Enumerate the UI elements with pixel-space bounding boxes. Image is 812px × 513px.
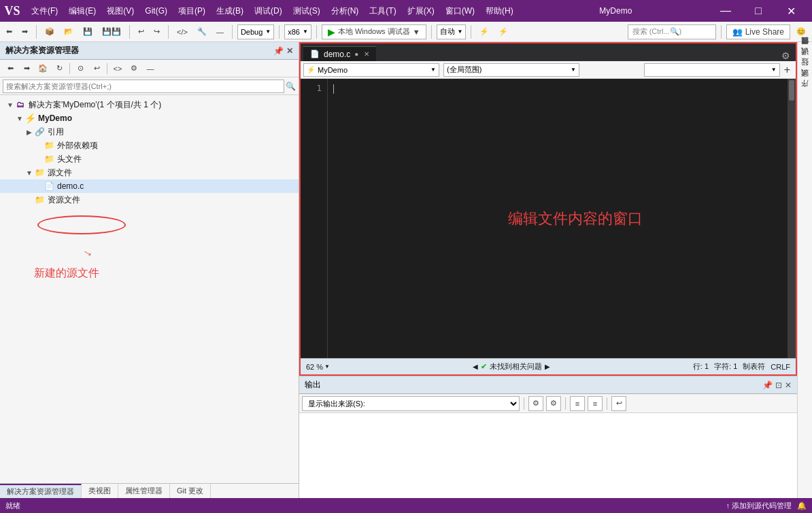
tree-item-source[interactable]: ▼ 📁 源文件 <box>0 166 299 179</box>
editor-body[interactable]: 1 编辑文件内容的窗口 <box>301 79 796 358</box>
se-tb-home[interactable]: 🏠 <box>35 62 50 75</box>
tab-solution-explorer[interactable]: 解决方案资源管理器 <box>0 484 82 498</box>
right-tab-attributes[interactable]: 属性管理器 <box>798 45 812 56</box>
menu-help[interactable]: 帮助(H) <box>480 4 519 18</box>
editor-settings-icon[interactable]: ⚙ <box>781 50 790 61</box>
output-btn5[interactable]: ↩ <box>611 396 626 411</box>
save-button[interactable]: 💾 <box>80 24 96 39</box>
zoom-control[interactable]: 62 % ▼ <box>306 363 330 371</box>
nav-members-dropdown[interactable]: ▼ <box>644 63 780 77</box>
output-pin-button[interactable]: 📌 <box>762 381 773 390</box>
se-tb-pending[interactable]: ⊙ <box>73 62 88 75</box>
tab-class-view[interactable]: 类视图 <box>82 484 118 498</box>
run-label: 本地 Windows 调试器 <box>338 26 410 37</box>
se-tb-dash[interactable]: — <box>143 62 158 75</box>
perf-btn1[interactable]: ⚡ <box>476 24 492 39</box>
output-btn4[interactable]: ≡ <box>588 396 603 411</box>
forward-button[interactable]: ➡ <box>18 24 31 39</box>
se-tb-code[interactable]: <> <box>110 62 125 75</box>
save-all-button[interactable]: 💾💾 <box>99 24 124 39</box>
back-button[interactable]: ⬅ <box>3 24 16 39</box>
dash-button[interactable]: — <box>213 24 227 39</box>
se-tb-settings[interactable]: ⚙ <box>126 62 141 75</box>
menu-window[interactable]: 窗口(W) <box>440 4 480 18</box>
menu-tools[interactable]: 工具(T) <box>364 4 401 18</box>
nav-project-dropdown[interactable]: ⚡ MyDemo ▼ <box>303 63 439 77</box>
tab-demo-c[interactable]: 📄 demo.c ● ✕ <box>303 46 376 61</box>
menu-git[interactable]: Git(G) <box>139 5 173 17</box>
tree-item-resource[interactable]: 📁 资源文件 <box>0 193 299 207</box>
close-button[interactable]: ✕ <box>775 0 807 22</box>
tree-item-project[interactable]: ▼ ⚡ MyDemo <box>0 111 299 125</box>
output-close-button[interactable]: ✕ <box>785 381 792 390</box>
line-numbers: 1 <box>301 79 328 358</box>
se-tb-sync[interactable]: ↩ <box>89 62 104 75</box>
right-tab-run[interactable]: 运行 <box>798 67 812 77</box>
status-nav-left[interactable]: ◀ <box>473 363 478 370</box>
output-source-select[interactable]: 显示输出来源(S): <box>302 396 520 411</box>
output-btn3[interactable]: ≡ <box>570 396 585 411</box>
tree-item-solution[interactable]: ▼ 🗂 解决方案'MyDemo'(1 个项目/共 1 个) <box>0 98 299 111</box>
nav-add-button[interactable]: + <box>781 64 793 76</box>
perf-btn2[interactable]: ⚡ <box>495 24 511 39</box>
tab-close-icon[interactable]: ✕ <box>364 50 369 58</box>
tab-git-changes[interactable]: Git 更改 <box>170 484 211 498</box>
toolbar-separator-9 <box>721 25 722 39</box>
menu-project[interactable]: 项目(P) <box>173 4 211 18</box>
tree-item-extern[interactable]: 📁 外部依赖项 <box>0 139 299 152</box>
debug-config-dropdown[interactable]: Debug ▼ <box>237 24 274 39</box>
tree-item-democ[interactable]: 📄 demo.c <box>0 179 299 193</box>
right-tab-debug[interactable]: 调试 <box>798 56 812 67</box>
se-tb-refresh[interactable]: ↻ <box>52 62 67 75</box>
se-pin-button[interactable]: 📌 <box>273 46 284 56</box>
menu-edit[interactable]: 编辑(E) <box>63 4 101 18</box>
tree-item-headers[interactable]: 📁 头文件 <box>0 152 299 166</box>
live-share-icon: 👥 <box>732 27 743 37</box>
menu-test[interactable]: 测试(S) <box>288 4 326 18</box>
toolbar-separator-5 <box>279 25 280 39</box>
editor-scrollbar[interactable] <box>788 79 796 358</box>
status-nav-right[interactable]: ▶ <box>545 363 550 370</box>
se-tb-back[interactable]: ⬅ <box>3 62 18 75</box>
run-button[interactable]: ▶ 本地 Windows 调试器 ▼ <box>322 24 426 39</box>
settings-button[interactable]: 🔧 <box>194 24 210 39</box>
output-float-button[interactable]: ⊡ <box>775 381 782 390</box>
status-check-icon: ✔ <box>481 362 487 371</box>
se-tb-forward[interactable]: ➡ <box>19 62 34 75</box>
se-search-icon[interactable]: 🔍 <box>286 82 296 91</box>
platform-dropdown[interactable]: x86 ▼ <box>284 24 311 39</box>
maximize-button[interactable]: □ <box>743 0 774 22</box>
zoom-value: 62 % <box>306 363 323 371</box>
editor-scrollbar-thumb[interactable] <box>789 80 794 101</box>
tree-item-refs[interactable]: ▶ 🔗 引用 <box>0 125 299 139</box>
output-body[interactable] <box>299 413 797 498</box>
menu-debug[interactable]: 调试(D) <box>249 4 288 18</box>
redo-button[interactable]: ↪ <box>150 24 163 39</box>
se-close-button[interactable]: ✕ <box>286 46 293 56</box>
add-to-source-button[interactable]: ↑ 添加到源代码管理 <box>726 501 792 511</box>
menu-analyze[interactable]: 分析(N) <box>326 4 365 18</box>
output-btn2[interactable]: ⚙ <box>546 396 561 411</box>
nav-scope-dropdown[interactable]: (全局范围) ▼ <box>443 63 579 77</box>
notification-bell[interactable]: 🔔 <box>797 501 807 510</box>
output-btn1[interactable]: ⚙ <box>528 396 543 411</box>
search-box[interactable]: 搜索 (Ctrl...🔍) <box>628 24 716 39</box>
tab-property-manager[interactable]: 属性管理器 <box>118 484 170 498</box>
open-file-button[interactable]: 📂 <box>61 24 77 39</box>
editor-content[interactable] <box>328 79 788 358</box>
right-tab-test[interactable]: 测试 <box>798 77 812 88</box>
menu-file[interactable]: 文件(F) <box>26 4 63 18</box>
live-share-button[interactable]: 👥 Live Share <box>726 24 790 39</box>
undo-button[interactable]: ↩ <box>135 24 148 39</box>
menu-view[interactable]: 视图(V) <box>101 4 139 18</box>
democ-label: demo.c <box>57 181 84 191</box>
minimize-button[interactable]: — <box>710 0 741 22</box>
se-search-input[interactable] <box>3 79 284 93</box>
new-project-button[interactable]: 📦 <box>41 24 58 39</box>
feedback-button[interactable]: 😊 <box>793 24 809 39</box>
menu-build[interactable]: 生成(B) <box>211 4 249 18</box>
right-tab-seq[interactable]: 序 <box>798 88 812 99</box>
menu-extensions[interactable]: 扩展(X) <box>402 4 440 18</box>
auto-dropdown[interactable]: 自动 ▼ <box>437 24 467 39</box>
code-view-button[interactable]: </> <box>173 24 191 39</box>
